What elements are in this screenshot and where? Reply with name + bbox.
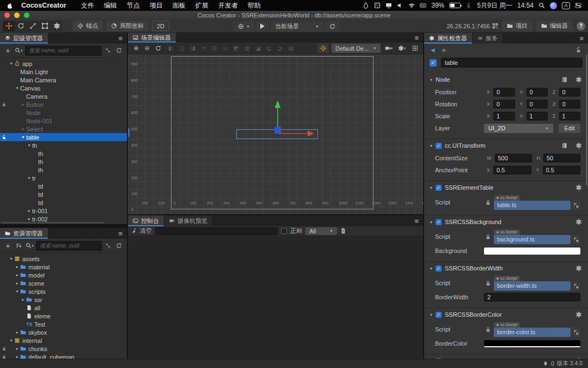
layer-select[interactable]: UI_2D▼	[484, 124, 553, 133]
gizmo-light-button[interactable]	[317, 44, 328, 53]
menu-item-扩展[interactable]: 扩展	[191, 1, 213, 10]
hierarchy-node-button[interactable]: ▸Button	[0, 100, 127, 108]
hierarchy-node-select[interactable]: ▸Select	[0, 125, 127, 133]
menu-item-文件[interactable]: 文件	[76, 1, 99, 10]
open-project-folder-button[interactable]: 项目	[502, 21, 532, 31]
hierarchy-node-tr-001[interactable]: ▸tr-001	[0, 207, 127, 215]
expand-arrow[interactable]: ▾	[14, 289, 20, 294]
hierarchy-node-th[interactable]: ▾th	[0, 141, 127, 149]
asset-picker-button[interactable]	[572, 281, 580, 291]
apple-menu[interactable]	[7, 2, 14, 9]
value-input[interactable]	[543, 166, 580, 174]
value-input[interactable]	[559, 100, 580, 108]
align-middle-v-icon[interactable]: ⊟	[210, 44, 219, 53]
console-filter-input[interactable]	[155, 227, 278, 235]
menu-item-编辑[interactable]: 编辑	[99, 1, 122, 10]
expand-arrow[interactable]: ▸	[14, 281, 20, 286]
drop-icon[interactable]	[363, 2, 369, 9]
asset-node-ssr[interactable]: ▸ssr	[0, 295, 127, 304]
component-enabled-checkbox[interactable]: ✓	[436, 266, 442, 272]
expand-arrow[interactable]: ▾	[430, 77, 432, 82]
local-coords-toggle-button[interactable]: 局部坐标	[106, 21, 149, 31]
gizmo-profile-select[interactable]: Default De... ▼	[332, 44, 381, 53]
hierarchy-node-td[interactable]: td	[0, 190, 127, 198]
menu-item-帮助[interactable]: 帮助	[243, 1, 266, 10]
asset-node-assets[interactable]: ▾assets	[0, 255, 127, 263]
expand-arrow[interactable]: ▸	[26, 216, 32, 221]
expand-arrow[interactable]: ▾	[26, 176, 32, 180]
display-icon[interactable]	[385, 2, 392, 9]
clear-console-button[interactable]: 清空	[132, 227, 152, 235]
value-input[interactable]	[493, 100, 514, 108]
menubar-time[interactable]: 14:54	[517, 2, 534, 9]
tab-console[interactable]: 控制台	[128, 215, 164, 226]
expand-arrow[interactable]: ▸	[26, 208, 32, 213]
lock-icon[interactable]	[0, 354, 8, 359]
expand-arrow[interactable]: ▾	[430, 220, 432, 225]
align-center-h-icon[interactable]: ◫	[177, 44, 187, 53]
inspector-menu-icon[interactable]: ≡	[575, 33, 588, 44]
expand-arrow[interactable]: ▾	[14, 86, 20, 91]
menu-item-节点[interactable]: 节点	[122, 1, 145, 10]
component-enabled-checkbox[interactable]: ✓	[436, 143, 442, 149]
unlock-icon[interactable]	[0, 135, 8, 140]
help-doc-icon[interactable]	[561, 76, 568, 83]
expand-arrow[interactable]: ▸	[20, 297, 26, 302]
help-doc-icon[interactable]	[561, 142, 568, 149]
asset-picker-button[interactable]	[572, 235, 580, 244]
wifi-icon[interactable]	[408, 2, 415, 9]
menu-item-开发者[interactable]: 开发者	[213, 1, 243, 10]
component-header-ssrelementtable[interactable]: ▾✓SSRElementTable	[424, 181, 588, 194]
scene-viewport[interactable]: -200-10001002003004005006007008009001000…	[128, 55, 423, 214]
component-enabled-checkbox[interactable]: ✓	[436, 219, 442, 225]
siri-icon[interactable]	[550, 2, 557, 9]
search-filter-button[interactable]: ▾	[14, 46, 23, 56]
component-menu-gear-icon[interactable]	[575, 184, 582, 191]
zoom-in-icon[interactable]: ⊕	[131, 44, 141, 53]
component-enabled-checkbox[interactable]: ✓	[436, 185, 442, 191]
scale-tool[interactable]	[27, 21, 39, 32]
search-filter-button[interactable]: ▾	[25, 241, 34, 251]
collapse-all-icon[interactable]	[103, 46, 113, 56]
asset-node-eleme[interactable]: eleme	[0, 312, 127, 320]
tab-scene-editor[interactable]: 场景编辑器	[128, 33, 176, 43]
scene-grid-icon[interactable]	[410, 44, 420, 53]
component-menu-gear-icon[interactable]	[575, 76, 582, 83]
console-menu-icon[interactable]: ≡	[410, 215, 423, 226]
component-menu-gear-icon[interactable]	[575, 311, 582, 318]
script-asset-field[interactable]: border-width.ts	[494, 281, 571, 291]
hierarchy-node-node-001[interactable]: Node-001	[0, 117, 127, 125]
hierarchy-node-th[interactable]: th	[0, 158, 127, 166]
hierarchy-search-input[interactable]	[25, 46, 102, 56]
distribute-bottom-icon[interactable]: ▤	[286, 44, 296, 53]
console-output[interactable]	[128, 236, 423, 359]
value-input[interactable]	[559, 88, 580, 96]
component-menu-gear-icon[interactable]	[575, 265, 582, 272]
component-header-ssrcssborderwidth[interactable]: ▾✓SSRCSSBorderWidth	[424, 262, 588, 275]
expand-arrow[interactable]: ▸	[20, 102, 26, 107]
edit-layer-button[interactable]: Edit	[559, 124, 580, 133]
play-button[interactable]	[255, 21, 270, 32]
value-input[interactable]	[493, 166, 531, 174]
align-right-icon[interactable]: ◨	[188, 44, 198, 53]
expand-arrow[interactable]: ▾	[8, 256, 14, 261]
value-input[interactable]	[526, 100, 548, 108]
open-editor-folder-button[interactable]: 编辑器	[536, 21, 573, 31]
value-input[interactable]	[543, 154, 580, 162]
help-button[interactable]: ?	[577, 22, 585, 31]
hierarchy-node-main light[interactable]: Main Light	[0, 68, 127, 76]
asset-node-chunks[interactable]: ▸chunks	[0, 345, 127, 353]
search-icon[interactable]	[538, 2, 545, 9]
asset-picker-button[interactable]	[572, 201, 580, 210]
component-header-ssrcssbackground[interactable]: ▾✓SSRCSSBackground	[424, 215, 588, 228]
scene-select[interactable]: 当前场景▼	[270, 21, 324, 32]
tab-camera-preview[interactable]: 摄像机预览	[164, 215, 213, 226]
tab-assets[interactable]: 资源管理器	[0, 228, 48, 239]
hierarchy-node-td[interactable]: td	[0, 198, 127, 207]
expand-arrow[interactable]: ▾	[26, 143, 32, 148]
expand-arrow[interactable]: ▾	[8, 338, 14, 343]
value-input[interactable]	[526, 112, 548, 120]
move-tool[interactable]	[3, 21, 15, 32]
scene-camera-icon[interactable]: ▾	[384, 44, 394, 53]
expand-arrow[interactable]: ▸	[14, 330, 20, 335]
